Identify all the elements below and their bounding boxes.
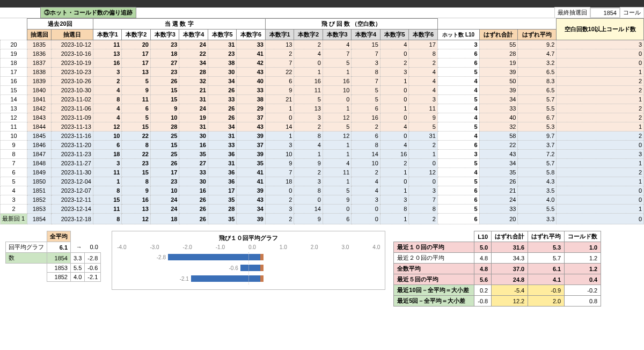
table-row: 718482023-11-273232627313599410205345.71 (1, 159, 644, 168)
table-row: 1418412023-11-028111531333821505035345.7… (1, 95, 644, 104)
table-row: 1818372023-10-191617273438427053226193.2… (1, 59, 644, 68)
head-skip: 飛 び 回 数 （空白数） (265, 19, 437, 30)
table-row: 918462023-11-2068151633373418426223.70 (1, 141, 644, 150)
head-cold: 空白回数10以上コールド数 (557, 19, 644, 40)
table-row: 1518402023-10-304915212633911105044396.5… (1, 86, 644, 95)
last-draw-label: 最終抽選回 (554, 7, 590, 18)
table-row: 1018452023-11-16102225303139181260314589… (1, 132, 644, 141)
table-row: 最新回 118542023-12-18812182635392960126203… (1, 214, 644, 224)
table-row: 1118442023-11-1312152831344314252455325.… (1, 122, 644, 132)
col-draw-no: 抽選回 (27, 30, 52, 40)
table-row: 318522023-12-111516242635432093376244.00 (1, 195, 644, 205)
table-row: 1318422023-11-06469242629113161114335.52 (1, 104, 644, 113)
head-win: 当 選 数 字 (93, 19, 266, 30)
col-draw-date: 抽選日 (52, 30, 93, 40)
table-row: 218532023-12-1411132426283431400885335.5… (1, 205, 644, 214)
stats-table: L10 はずれ合計 はずれ平均 コールド数 最近１０回の平均5.031.65.3… (393, 231, 601, 307)
table-row: 1618392023-10-262526323440616167144508.3… (1, 77, 644, 86)
table-row: 518502023-12-04182330364118314005264.31 (1, 177, 644, 186)
table-row: 1918362023-10-161317182223412477086284.7… (1, 49, 644, 59)
section-title: ③ホット・コールド数の偏り追跡 (40, 7, 136, 18)
chart-avg-skip: 飛び１０回平均グラフ -4.0-3.0-2.0-1.00.01.02.03.04… (112, 231, 385, 290)
table-row: 1218432023-11-094510192637031216094406.7… (1, 113, 644, 122)
table-row: 2018352023-10-12112023243133132415417355… (1, 40, 644, 49)
table-row: 818472023-11-231822253536391011141613437… (1, 150, 644, 159)
left-mini-table: 全平均 回平均グラフ 6.1 → 0.0 数 1854 3.3 -2.8 185… (5, 231, 101, 282)
table-row: 418512023-12-0789101617390854136213.50 (1, 186, 644, 195)
table-row: 618492023-11-30111517333641721121124355.… (1, 168, 644, 177)
table-row: 1718382023-10-233132328304322118345396.5… (1, 68, 644, 77)
head-past: 過去20回 (27, 19, 93, 30)
main-table: 過去20回 当 選 数 字 飛 び 回 数 （空白数） 空白回数10以上コールド… (0, 18, 644, 224)
last-draw-no: 1854 (590, 8, 620, 18)
last-draw-tag: コール (620, 7, 644, 18)
